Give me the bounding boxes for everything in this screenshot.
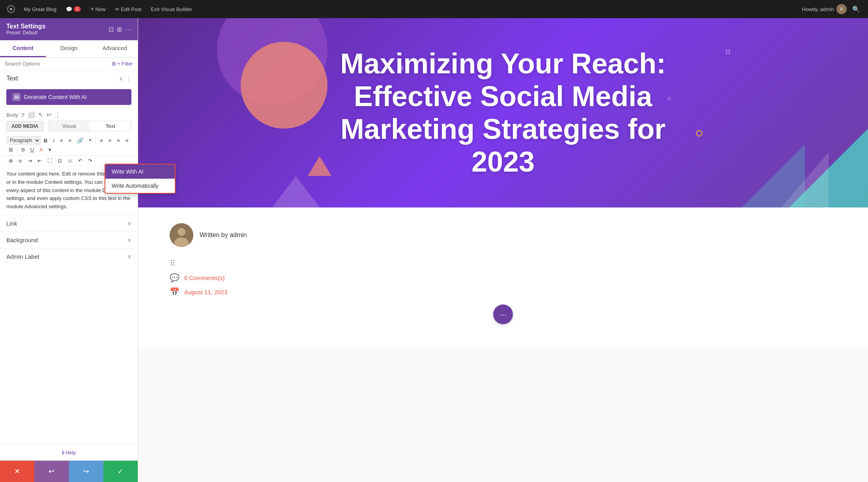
special-char-button[interactable]: ⊕	[6, 157, 15, 165]
admin-label-title: Admin Label	[6, 253, 39, 260]
section-more-icon[interactable]: ⋮	[126, 76, 131, 82]
comments-count[interactable]: 0 Comments(s)	[184, 275, 225, 281]
panel-header: Text Settings Preset: Default ⊡ ⊞ ⋯	[0, 18, 138, 40]
main-layout: Text Settings Preset: Default ⊡ ⊞ ⋯ Cont…	[0, 18, 868, 482]
tab-advanced[interactable]: Advanced	[92, 40, 138, 57]
align-right-button[interactable]: ≡	[114, 136, 122, 145]
post-date[interactable]: August 11, 2023	[184, 289, 227, 295]
align-left-button[interactable]: ≡	[97, 136, 105, 145]
outdent-button[interactable]: ⇤	[35, 157, 44, 165]
author-avatar	[170, 223, 193, 247]
text-section-header[interactable]: Text ∧ ⋮	[0, 70, 138, 87]
help-button[interactable]: ℹ Help	[5, 450, 133, 456]
help-label: Help	[65, 450, 76, 456]
panel-title: Text Settings	[6, 23, 45, 30]
toolbar-undo-icon[interactable]: ↩	[47, 111, 52, 118]
search-input[interactable]	[5, 61, 108, 67]
visual-tab[interactable]: Visual	[49, 121, 90, 131]
section-collapse-icon[interactable]: ∧	[119, 76, 123, 82]
site-name-link[interactable]: My Great Blog	[20, 0, 60, 18]
numbered-list-button[interactable]: ≡	[66, 136, 74, 145]
wp-logo-icon[interactable]	[4, 2, 18, 16]
write-ai-label: Write With AI	[112, 168, 144, 175]
dots-button[interactable]: ···	[493, 305, 513, 324]
align-justify-button[interactable]: ≡	[123, 136, 131, 145]
redo-fmt-button[interactable]: ↷	[86, 157, 95, 165]
admin-avatar[interactable]: A	[836, 4, 847, 14]
new-post-link[interactable]: + New	[86, 0, 109, 18]
comments-row: 💬 0 Comments(s)	[170, 273, 836, 282]
undo-button[interactable]: ↩	[34, 461, 69, 482]
format-separator-2	[17, 146, 17, 154]
paragraph-select[interactable]: Paragraph	[6, 136, 41, 145]
undo-icon: ↩	[49, 467, 54, 476]
search-icon[interactable]: 🔍	[848, 6, 864, 13]
generate-ai-button[interactable]: AI Generate Content With AI	[6, 89, 131, 105]
panel-footer: ℹ Help	[0, 445, 138, 460]
editor-toolbar-top: Body ? ⬜ ↖ ↩ ⋮	[0, 109, 138, 121]
more-format-button[interactable]: ▾	[46, 146, 54, 154]
format-separator	[95, 136, 96, 144]
write-with-ai-item[interactable]: Write With AI	[105, 164, 175, 179]
deco-circle	[696, 130, 702, 136]
wp-admin-bar: My Great Blog 💬 0 + New ✏ Edit Post Exit…	[0, 0, 868, 18]
editor-format-bar: Paragraph B I ≡ ≡ 🔗 ❝ ≡ ≡ ≡ ≡ ⊞ S U A ▾	[0, 135, 138, 156]
fullscreen-button[interactable]: ⛶	[45, 157, 55, 165]
panel-icon-3[interactable]: ⋯	[125, 26, 131, 33]
link-section-title: Link	[6, 220, 17, 227]
author-name: Written by admin	[200, 232, 247, 239]
admin-label-chevron-icon: ∨	[127, 253, 131, 260]
panel-icon-2[interactable]: ⊞	[117, 26, 122, 33]
confirm-button[interactable]: ✓	[103, 461, 138, 482]
panel-content: Text ∧ ⋮ AI Generate Content With AI Bod…	[0, 70, 138, 445]
omega-button[interactable]: Ω	[56, 157, 64, 165]
hero-title: Maximizing Your Reach: Effective Social …	[326, 47, 681, 178]
background-section[interactable]: Background ∨	[0, 232, 138, 248]
toolbar-more-icon[interactable]: ⋮	[55, 111, 61, 118]
emoji-button[interactable]: ☺	[65, 157, 75, 165]
redo-button[interactable]: ↪	[69, 461, 103, 482]
link-button[interactable]: 🔗	[75, 136, 86, 145]
add-media-button[interactable]: ADD MEDIA	[6, 121, 43, 131]
edit-post-link[interactable]: ✏ Edit Post	[111, 0, 146, 18]
underline-button[interactable]: U	[28, 146, 36, 154]
panel-icon-1[interactable]: ⊡	[108, 26, 114, 33]
panel-preset: Preset: Default	[6, 30, 45, 35]
bullet-list-button[interactable]: ≡	[58, 136, 65, 145]
italic-button[interactable]: I	[51, 136, 57, 145]
toolbar-help-icon[interactable]: ?	[21, 112, 24, 118]
bold-button[interactable]: B	[41, 136, 50, 145]
admin-label-section[interactable]: Admin Label ∨	[0, 248, 138, 265]
strikethrough-button[interactable]: S	[19, 146, 27, 154]
cancel-button[interactable]: ✕	[0, 461, 34, 482]
undo-fmt-button[interactable]: ↶	[76, 157, 85, 165]
hero-banner: Maximizing Your Reach: Effective Social …	[138, 18, 868, 207]
indent-button[interactable]: ⇥	[25, 157, 34, 165]
background-chevron-icon: ∨	[127, 237, 131, 243]
panel-title-group: Text Settings Preset: Default	[6, 23, 45, 35]
calendar-icon: 📅	[170, 287, 180, 297]
redo-icon: ↪	[83, 467, 89, 476]
link-chevron-icon: ∨	[127, 220, 131, 226]
grid-icon: ⠿	[170, 259, 176, 268]
exit-builder-label: Exit Visual Builder	[151, 6, 193, 12]
tab-design[interactable]: Design	[46, 40, 92, 57]
comments-link[interactable]: 💬 0	[62, 0, 85, 18]
align-center-button[interactable]: ≡	[106, 136, 114, 145]
link-section[interactable]: Link ∨	[0, 215, 138, 232]
quote-button[interactable]: ❝	[86, 136, 94, 145]
filter-button[interactable]: ⊞ + Filter	[112, 61, 133, 67]
tab-content[interactable]: Content	[0, 40, 46, 57]
toolbar-mobile-icon[interactable]: ⬜	[28, 111, 35, 118]
text-color-button[interactable]: A	[37, 146, 45, 154]
write-automatically-item[interactable]: Write Automatically	[105, 179, 175, 193]
toolbar-cursor-icon[interactable]: ↖	[38, 111, 43, 118]
sub-script-button[interactable]: fx	[16, 157, 24, 164]
site-name-text: My Great Blog	[24, 6, 56, 12]
deco-square-2	[726, 50, 730, 54]
exit-builder-link[interactable]: Exit Visual Builder	[147, 0, 196, 18]
table-button[interactable]: ⊞	[6, 146, 15, 154]
text-tab[interactable]: Text	[90, 121, 131, 131]
new-label: New	[95, 6, 106, 12]
cancel-icon: ✕	[14, 467, 20, 476]
